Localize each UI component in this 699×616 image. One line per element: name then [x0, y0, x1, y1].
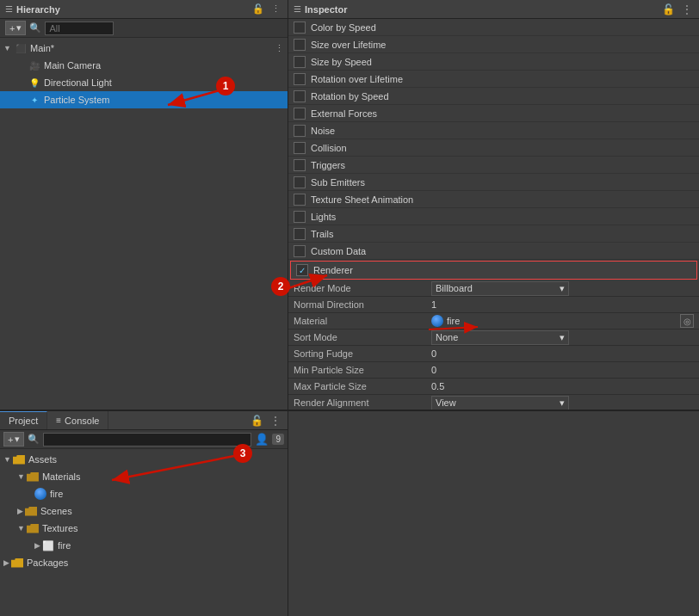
- proj-plus-icon: +: [8, 434, 13, 445]
- render-alignment-dropdown[interactable]: View ▾: [431, 396, 569, 410]
- label-trails: Trails: [311, 229, 333, 239]
- inspector-item-size-lifetime[interactable]: Size over Lifetime: [288, 36, 699, 53]
- project-item-fire-texture[interactable]: ▶ ⬜ fire: [0, 537, 288, 554]
- material-value: fire: [447, 316, 460, 326]
- inspector-item-size-speed[interactable]: Size by Speed: [288, 53, 699, 71]
- prop-min-particle[interactable]: Min Particle Size 0: [288, 362, 699, 379]
- checkbox-size-speed[interactable]: [294, 56, 306, 68]
- tab-project[interactable]: Project: [0, 411, 47, 429]
- normal-direction-value: 1: [431, 299, 436, 310]
- project-panel: Project ≡ Console 🔓 ⋮ + ▾ 🔍 👤 9: [0, 411, 288, 616]
- textures-folder-icon: [27, 524, 39, 533]
- material-field[interactable]: fire: [431, 315, 460, 327]
- hierarchy-toolbar: + ▾ 🔍: [0, 19, 288, 38]
- inspector-content: Color by Speed Size over Lifetime Size b…: [288, 19, 699, 410]
- project-add-button[interactable]: + ▾: [3, 432, 24, 447]
- checkbox-noise[interactable]: [294, 125, 306, 137]
- inspector-item-trails[interactable]: Trails: [288, 225, 699, 243]
- checkbox-custom-data[interactable]: [294, 245, 306, 257]
- prop-sort-mode[interactable]: Sort Mode None ▾: [288, 330, 699, 346]
- camera-icon: 🎥: [28, 59, 41, 72]
- hierarchy-add-button[interactable]: + ▾: [5, 21, 26, 35]
- checkbox-color-speed[interactable]: [294, 22, 306, 34]
- prop-render-alignment[interactable]: Render Alignment View ▾: [288, 395, 699, 410]
- inspector-item-texture-sheet[interactable]: Texture Sheet Animation: [288, 191, 699, 208]
- project-item-textures[interactable]: ▼ Textures: [0, 520, 288, 537]
- project-item-fire-material[interactable]: fire: [0, 485, 288, 502]
- inspector-item-color-speed[interactable]: Color by Speed: [288, 19, 699, 36]
- checkbox-rotation-lifetime[interactable]: [294, 73, 306, 85]
- inspector-item-lights[interactable]: Lights: [288, 208, 699, 225]
- prop-max-particle[interactable]: Max Particle Size 0.5: [288, 379, 699, 395]
- hierarchy-search-input[interactable]: [45, 22, 114, 35]
- min-particle-label: Min Particle Size: [294, 365, 431, 375]
- inspector-lock-icon[interactable]: 🔓: [660, 3, 677, 16]
- checkbox-sub-emitters[interactable]: [294, 176, 306, 188]
- project-lock-icon[interactable]: 🔓: [249, 414, 265, 428]
- label-rotation-speed: Rotation by Speed: [311, 91, 389, 102]
- project-item-assets[interactable]: ▼ Assets: [0, 451, 288, 468]
- material-picker-icon[interactable]: ◎: [680, 314, 694, 328]
- prop-sorting-fudge[interactable]: Sorting Fudge 0: [288, 346, 699, 362]
- hierarchy-item-main[interactable]: ▼ ⬛ Main* ⋮: [0, 40, 288, 57]
- project-item-scenes[interactable]: ▶ Scenes: [0, 502, 288, 520]
- inspector-item-collision[interactable]: Collision: [288, 139, 699, 157]
- project-user-icon[interactable]: 👤: [255, 433, 269, 446]
- materials-label: Materials: [42, 471, 81, 482]
- prop-normal-direction[interactable]: Normal Direction 1: [288, 297, 699, 313]
- particles-icon: ✦: [28, 93, 41, 107]
- project-badge-count: 9: [272, 434, 284, 445]
- checkbox-trails[interactable]: [294, 228, 306, 240]
- project-tabs: Project ≡ Console 🔓 ⋮: [0, 411, 288, 430]
- proj-add-arrow: ▾: [15, 434, 20, 445]
- inspector-item-sub-emitters[interactable]: Sub Emitters: [288, 174, 699, 191]
- hierarchy-item-light[interactable]: 💡 Directional Light: [0, 74, 288, 91]
- scenes-label: Scenes: [40, 506, 72, 516]
- fire-texture-expand: ▶: [34, 541, 40, 550]
- scenes-expand-arrow: ▶: [17, 507, 23, 515]
- checkbox-lights[interactable]: [294, 211, 306, 223]
- sort-mode-label: Sort Mode: [294, 332, 431, 342]
- checkbox-renderer[interactable]: ✓: [296, 264, 308, 276]
- sorting-fudge-value: 0: [431, 348, 436, 359]
- hierarchy-lock-icon[interactable]: 🔓: [251, 3, 266, 15]
- renderer-header[interactable]: ✓ Renderer: [291, 262, 696, 279]
- prop-material[interactable]: Material fire ◎: [288, 313, 699, 330]
- project-item-packages[interactable]: ▶ Packages: [0, 554, 288, 571]
- inspector-item-external-forces[interactable]: External Forces: [288, 105, 699, 122]
- bottom-right-empty: [288, 411, 699, 616]
- checkbox-texture-sheet[interactable]: [294, 194, 306, 206]
- material-label: Material: [294, 316, 431, 326]
- dropdown-arrow-alignment: ▾: [560, 397, 565, 409]
- tab-console[interactable]: ≡ Console: [47, 411, 108, 429]
- project-more-icon[interactable]: ⋮: [269, 414, 282, 428]
- sort-mode-dropdown[interactable]: None ▾: [431, 330, 569, 345]
- hierarchy-item-particles[interactable]: ✦ Particle System: [0, 91, 288, 108]
- label-external-forces: External Forces: [311, 108, 377, 119]
- hier-item-menu-icon[interactable]: ⋮: [275, 43, 284, 54]
- checkbox-collision[interactable]: [294, 142, 306, 154]
- packages-label: Packages: [27, 557, 68, 568]
- label-sub-emitters: Sub Emitters: [311, 177, 365, 188]
- hierarchy-more-icon[interactable]: ⋮: [269, 3, 282, 15]
- checkbox-triggers[interactable]: [294, 159, 306, 171]
- checkbox-size-lifetime[interactable]: [294, 39, 306, 51]
- project-search-input[interactable]: [43, 433, 251, 447]
- render-mode-dropdown[interactable]: Billboard ▾: [431, 281, 569, 296]
- inspector-item-noise[interactable]: Noise: [288, 122, 699, 139]
- checkbox-rotation-speed[interactable]: [294, 90, 306, 102]
- fire-texture-icon: ⬜: [42, 540, 54, 551]
- render-alignment-label: Render Alignment: [294, 397, 431, 408]
- inspector-item-rotation-lifetime[interactable]: Rotation over Lifetime: [288, 71, 699, 88]
- project-item-materials[interactable]: ▼ Materials: [0, 468, 288, 485]
- prop-render-mode[interactable]: Render Mode Billboard ▾: [288, 280, 699, 297]
- inspector-item-triggers[interactable]: Triggers: [288, 157, 699, 174]
- plus-icon: +: [9, 23, 15, 34]
- inspector-item-custom-data[interactable]: Custom Data: [288, 243, 699, 260]
- inspector-more-icon[interactable]: ⋮: [680, 3, 694, 16]
- packages-folder-icon: [11, 558, 23, 568]
- inspector-item-rotation-speed[interactable]: Rotation by Speed: [288, 88, 699, 105]
- checkbox-external-forces[interactable]: [294, 108, 306, 120]
- inspector-header: ☰ Inspector 🔓 ⋮: [288, 0, 699, 19]
- hierarchy-item-camera[interactable]: 🎥 Main Camera: [0, 57, 288, 74]
